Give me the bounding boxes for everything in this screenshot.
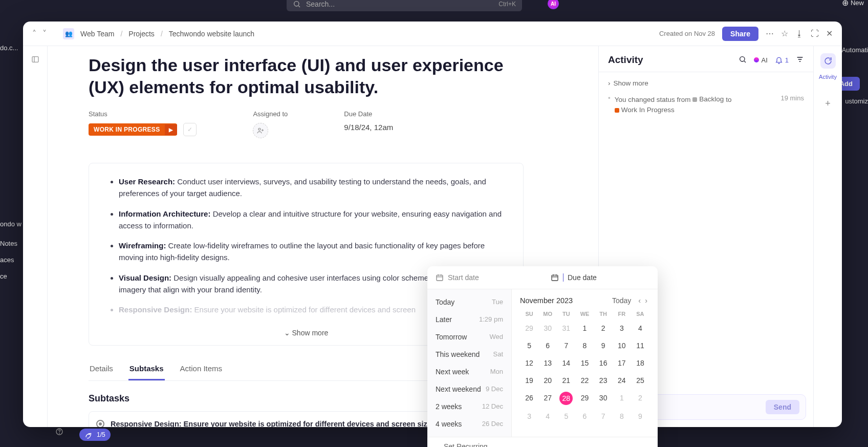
calendar-day[interactable]: 3 (613, 322, 631, 334)
ai-chip[interactable]: AI (754, 56, 767, 64)
star-icon[interactable]: ☆ (781, 29, 788, 38)
calendar-day[interactable]: 10 (613, 339, 631, 352)
calendar-day[interactable]: 6 (575, 410, 594, 422)
calendar-day[interactable]: 30 (538, 322, 557, 334)
tab-action-items[interactable]: Action Items (179, 359, 224, 380)
calendar-day[interactable]: 28 (559, 392, 573, 405)
filter-icon[interactable] (796, 55, 804, 65)
calendar-day[interactable]: 5 (520, 339, 538, 352)
date-picker: Start date Due date TodayTueLater1:29 pm… (427, 266, 658, 447)
share-button[interactable]: Share (722, 27, 758, 41)
calendar-day[interactable]: 3 (520, 410, 538, 422)
tab-details[interactable]: Details (89, 359, 114, 380)
team-icon: 👥 (63, 28, 74, 39)
calendar-day[interactable]: 21 (557, 374, 575, 387)
more-icon[interactable]: ⋯ (766, 29, 774, 38)
add-assignee-button[interactable] (253, 123, 268, 138)
help-icon[interactable] (55, 428, 63, 438)
activity-search-icon[interactable] (739, 55, 747, 65)
next-month[interactable]: › (643, 296, 649, 305)
quick-date-item[interactable]: Next weekend9 Dec (427, 380, 511, 398)
task-title[interactable]: Design the user interface (UI) and user … (89, 54, 508, 98)
calendar-day[interactable]: 27 (538, 392, 557, 405)
calendar-day[interactable]: 7 (594, 410, 613, 422)
breadcrumb-task[interactable]: Techwondo website launch (169, 30, 254, 38)
calendar-day[interactable]: 4 (631, 322, 649, 334)
next-task-button[interactable]: ˅ (42, 29, 47, 38)
sidebar-toggle-icon[interactable] (31, 55, 39, 66)
calendar-day[interactable]: 12 (520, 357, 538, 369)
status-icon[interactable] (96, 420, 104, 427)
new-button[interactable]: ⊕ New (842, 0, 864, 8)
download-icon[interactable]: ⭳ (795, 29, 804, 38)
calendar-day[interactable]: 14 (557, 357, 575, 369)
calendar-day[interactable]: 5 (557, 410, 575, 422)
prev-month[interactable]: ‹ (636, 296, 643, 305)
expand-icon[interactable]: ⛶ (811, 29, 819, 38)
calendar-day[interactable]: 9 (631, 410, 649, 422)
calendar-day[interactable]: 7 (557, 339, 575, 352)
today-link[interactable]: Today (612, 296, 631, 305)
breadcrumb-projects[interactable]: Projects (128, 30, 155, 38)
calendar-day[interactable]: 19 (520, 374, 538, 387)
tab-subtasks[interactable]: Subtasks (128, 359, 165, 380)
calendar-day[interactable]: 13 (538, 357, 557, 369)
due-date-input[interactable]: Due date (542, 266, 658, 289)
calendar-day[interactable]: 6 (538, 339, 557, 352)
calendar-day[interactable]: 22 (575, 374, 594, 387)
calendar-day[interactable]: 25 (631, 374, 649, 387)
calendar-day[interactable]: 2 (594, 322, 613, 334)
calendar-day[interactable]: 24 (613, 374, 631, 387)
search-shortcut: Ctrl+K (498, 1, 516, 8)
activity-show-more[interactable]: › Show more (608, 79, 804, 87)
calendar-day[interactable]: 29 (520, 322, 538, 334)
chevron-down-icon: ⌄ (435, 442, 441, 447)
breadcrumb-team[interactable]: Web Team (80, 30, 114, 38)
calendar-day[interactable]: 2 (631, 392, 649, 405)
quick-date-item[interactable]: Next weekMon (427, 363, 511, 380)
quick-date-item[interactable]: Later1:29 pm (427, 311, 511, 328)
calendar-day[interactable]: 1 (613, 392, 631, 405)
quick-date-item[interactable]: TodayTue (427, 293, 511, 311)
send-button[interactable]: Send (766, 400, 799, 414)
svg-line-1 (298, 6, 300, 7)
due-date-value[interactable]: 9/18/24, 12am (344, 123, 393, 132)
calendar-day[interactable]: 23 (594, 374, 613, 387)
month-label: November 2023 (520, 296, 573, 305)
onboarding-pill[interactable]: 1/5 (79, 429, 111, 441)
search-icon (293, 0, 301, 8)
calendar-day[interactable]: 4 (538, 410, 557, 422)
notifications-chip[interactable]: 1 (775, 56, 789, 64)
calendar-day[interactable]: 11 (631, 339, 649, 352)
prev-task-button[interactable]: ˄ (32, 29, 36, 38)
calendar-day[interactable]: 18 (631, 357, 649, 369)
set-recurring[interactable]: ⌄ Set Recurring (427, 437, 658, 447)
calendar-day[interactable]: 8 (575, 339, 594, 352)
global-search[interactable]: Search... Ctrl+K (287, 0, 522, 11)
quick-date-item[interactable]: 2 weeks12 Dec (427, 398, 511, 415)
calendar-day[interactable]: 15 (575, 357, 594, 369)
calendar-day[interactable]: 8 (613, 410, 631, 422)
complete-checkbox[interactable]: ✓ (183, 123, 197, 136)
calendar-day[interactable]: 17 (613, 357, 631, 369)
quick-date-item[interactable]: TomorrowWed (427, 328, 511, 346)
calendar-day[interactable]: 16 (594, 357, 613, 369)
quick-date-item[interactable]: This weekendSat (427, 346, 511, 363)
calendar-day[interactable]: 29 (575, 392, 594, 405)
calendar-day[interactable]: 1 (575, 322, 594, 334)
status-pill[interactable]: WORK IN PROGRESS ▶ (89, 123, 177, 136)
ai-button[interactable]: AI (548, 0, 559, 9)
start-date-input[interactable]: Start date (427, 266, 542, 289)
calendar-day[interactable]: 9 (594, 339, 613, 352)
quick-date-item[interactable]: 4 weeks26 Dec (427, 415, 511, 433)
bg-chip: aces (0, 256, 14, 264)
bg-chip: do.c... (0, 44, 18, 52)
add-panel-button[interactable]: + (825, 98, 831, 109)
calendar-day[interactable]: 26 (520, 392, 538, 405)
calendar-day[interactable]: 31 (557, 322, 575, 334)
activity-rail-button[interactable] (820, 53, 836, 69)
calendar-day[interactable]: 20 (538, 374, 557, 387)
close-icon[interactable]: ✕ (826, 29, 833, 38)
dow-label: SA (631, 311, 649, 317)
calendar-day[interactable]: 30 (594, 392, 613, 405)
